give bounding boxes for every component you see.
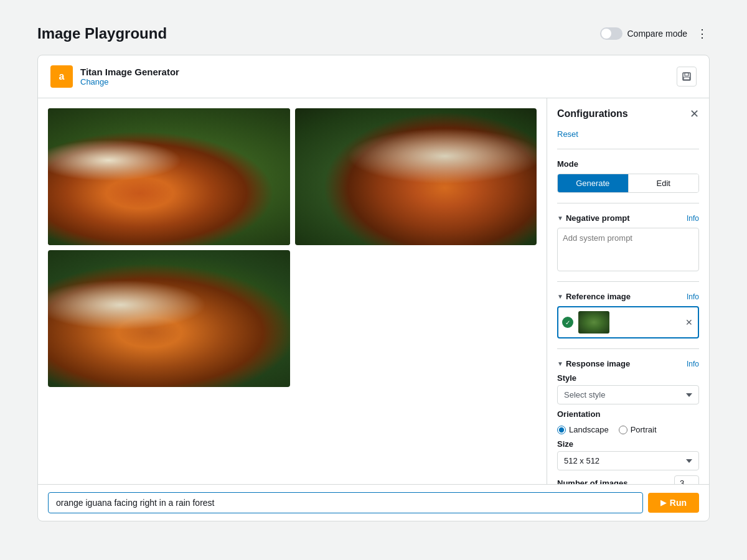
style-field: Style Select style Photorealistic Illust… <box>557 373 699 404</box>
reset-link[interactable]: Reset <box>557 129 699 139</box>
ref-image-check: ✓ <box>562 317 573 328</box>
reference-image-label: Reference image <box>566 292 631 301</box>
generated-image-1 <box>48 108 290 245</box>
response-image-info[interactable]: Info <box>687 360 699 368</box>
divider-4 <box>557 348 699 349</box>
header-right: Compare mode ⋮ <box>600 26 710 41</box>
card-header: a Titan Image Generator Change <box>38 55 709 98</box>
size-label: Size <box>557 439 699 449</box>
divider-1 <box>557 149 699 149</box>
svg-rect-0 <box>683 73 690 80</box>
negative-prompt-section: ▼ Negative prompt Info <box>557 213 699 271</box>
landscape-option[interactable]: Landscape <box>557 425 609 434</box>
reference-image-header: ▼ Reference image Info <box>557 292 699 301</box>
amazon-logo: a <box>50 65 73 88</box>
prompt-input[interactable] <box>48 492 643 513</box>
generated-image-3 <box>48 250 290 387</box>
response-image-toggle[interactable]: ▼ Response image <box>557 359 630 368</box>
ref-image-close-button[interactable]: ✕ <box>684 316 694 329</box>
compare-mode-label: Compare mode <box>627 29 688 39</box>
num-images-field: Number of images <box>557 475 699 484</box>
edit-mode-button[interactable]: Edit <box>629 174 699 192</box>
mode-section: Mode Generate Edit <box>557 159 699 193</box>
compare-mode-container: Compare mode <box>600 27 688 40</box>
page-header: Image Playground Compare mode ⋮ <box>37 25 710 42</box>
size-field: Size 512 x 512 1024 x 1024 768 x 768 <box>557 439 699 470</box>
style-label: Style <box>557 373 699 383</box>
reference-image-section: ▼ Reference image Info ✓ ✕ <box>557 292 699 338</box>
style-select[interactable]: Select style Photorealistic Illustration… <box>557 385 699 404</box>
response-image-chevron: ▼ <box>557 360 563 367</box>
divider-3 <box>557 281 699 282</box>
portrait-option[interactable]: Portrait <box>619 425 657 434</box>
run-button-label: Run <box>670 498 687 508</box>
ref-image-inner: ✓ <box>562 311 609 334</box>
negative-prompt-toggle[interactable]: ▼ Negative prompt <box>557 213 629 223</box>
close-config-button[interactable]: ✕ <box>690 108 699 119</box>
config-header: Configurations ✕ <box>557 108 699 119</box>
negative-prompt-info[interactable]: Info <box>687 214 699 223</box>
model-name: Titan Image Generator <box>80 67 179 77</box>
num-images-input[interactable] <box>674 475 699 484</box>
generated-image-2 <box>295 108 537 245</box>
negative-prompt-label: Negative prompt <box>566 213 630 223</box>
num-images-label: Number of images <box>557 478 627 484</box>
reference-image-toggle[interactable]: ▼ Reference image <box>557 292 631 301</box>
landscape-radio[interactable] <box>557 426 566 434</box>
page-title: Image Playground <box>37 25 167 42</box>
image-cell-2[interactable] <box>295 108 537 245</box>
mode-label: Mode <box>557 159 699 169</box>
negative-prompt-header: ▼ Negative prompt Info <box>557 213 699 223</box>
portrait-radio[interactable] <box>619 426 627 434</box>
model-name-block: Titan Image Generator Change <box>80 67 179 86</box>
orientation-label: Orientation <box>557 409 699 419</box>
image-cell-3[interactable] <box>48 250 290 387</box>
generate-mode-button[interactable]: Generate <box>558 174 628 192</box>
config-title: Configurations <box>557 108 628 119</box>
mode-buttons: Generate Edit <box>557 174 699 193</box>
reference-image-box: ✓ ✕ <box>557 306 699 338</box>
compare-mode-toggle[interactable] <box>600 27 622 40</box>
num-images-row: Number of images <box>557 475 699 484</box>
content-area: Configurations ✕ Reset Mode Generate Edi… <box>38 98 709 484</box>
reference-image-info[interactable]: Info <box>687 292 699 301</box>
orientation-field: Orientation Landscape Portrait <box>557 409 699 434</box>
save-button[interactable] <box>677 67 697 86</box>
orientation-radio-group: Landscape Portrait <box>557 425 699 434</box>
landscape-label: Landscape <box>569 425 609 434</box>
ref-thumbnail <box>578 311 609 334</box>
prompt-bar: ▶ Run <box>38 484 709 521</box>
images-section <box>38 98 547 484</box>
image-cell-1[interactable] <box>48 108 290 245</box>
negative-prompt-input[interactable] <box>557 228 699 271</box>
config-panel: Configurations ✕ Reset Mode Generate Edi… <box>547 98 709 484</box>
more-options-button[interactable]: ⋮ <box>695 26 710 41</box>
run-button[interactable]: ▶ Run <box>648 493 699 513</box>
divider-2 <box>557 203 699 203</box>
reference-image-chevron: ▼ <box>557 293 563 300</box>
page-container: Image Playground Compare mode ⋮ a Titan … <box>0 0 747 546</box>
main-card: a Titan Image Generator Change <box>37 55 710 521</box>
response-image-header: ▼ Response image Info <box>557 359 699 368</box>
svg-rect-2 <box>684 77 690 80</box>
response-image-label: Response image <box>566 359 630 368</box>
negative-prompt-chevron: ▼ <box>557 215 563 222</box>
response-image-section: ▼ Response image Info Style Select style… <box>557 359 699 484</box>
portrait-label: Portrait <box>631 425 657 434</box>
size-select[interactable]: 512 x 512 1024 x 1024 768 x 768 <box>557 451 699 470</box>
run-icon: ▶ <box>660 498 666 507</box>
model-info: a Titan Image Generator Change <box>50 65 179 88</box>
change-model-link[interactable]: Change <box>80 77 179 86</box>
images-grid <box>48 108 537 387</box>
